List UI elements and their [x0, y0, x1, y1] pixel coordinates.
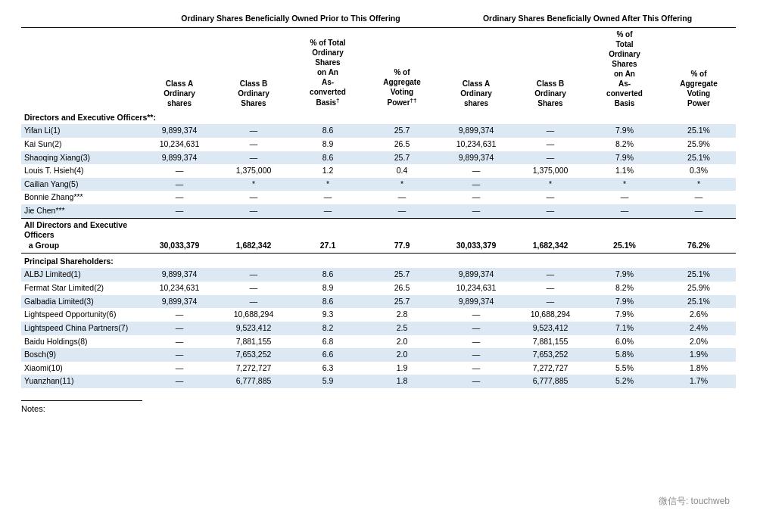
col-agg-vote-prior: % ofAggregateVotingPower†† [365, 27, 439, 110]
cell-7-1: 7,272,727 [217, 362, 291, 375]
cell-4-2: * [291, 178, 365, 191]
cell-0-0: 9,899,374 [142, 268, 217, 282]
group-cell-4: 30,033,379 [439, 218, 513, 253]
cell-4-3: * [365, 178, 439, 191]
cell-1-3: 26.5 [365, 138, 439, 151]
cell-5-5: — [513, 191, 587, 204]
cell-7-5: 7,272,727 [513, 362, 587, 375]
cell-5-0: — [142, 335, 217, 349]
col-agg-vote-after: % ofAggregateVotingPower [662, 27, 736, 110]
cell-5-2: — [291, 191, 365, 204]
cell-3-5: 10,688,294 [513, 308, 587, 322]
cell-4-6: * [587, 178, 662, 191]
section-header-0: Directors and Executive Officers**: [21, 110, 736, 125]
notes-label: Notes: [21, 404, 45, 413]
cell-3-3: 0.4 [365, 164, 439, 178]
cell-0-2: 8.6 [291, 268, 365, 282]
cell-1-5: — [513, 282, 587, 295]
cell-0-4: 9,899,374 [439, 268, 513, 282]
cell-0-1: — [217, 268, 291, 282]
cell-1-4: 10,234,631 [439, 282, 513, 295]
cell-5-5: 7,881,155 [513, 335, 587, 349]
watermark: 微信号: touchweb [654, 493, 734, 509]
cell-0-5: — [513, 124, 587, 138]
cell-2-2: 8.6 [291, 151, 365, 165]
col-pct-total-after: % ofTotalOrdinaryShareson AnAs-converted… [587, 27, 662, 110]
empty-header [21, 12, 142, 27]
cell-6-1: 7,653,252 [217, 348, 291, 362]
cell-1-7: 25.9% [662, 282, 736, 295]
cell-0-7: 25.1% [662, 268, 736, 282]
cell-4-1: 9,523,412 [217, 322, 291, 335]
cell-1-6: 8.2% [587, 138, 662, 151]
row-name: Yifan Li(1) [21, 124, 142, 138]
cell-3-4: — [439, 308, 513, 322]
cell-0-5: — [513, 268, 587, 282]
notes-section: Notes: [21, 400, 142, 413]
cell-6-7: 1.9% [662, 348, 736, 362]
cell-2-6: 7.9% [587, 295, 662, 309]
cell-5-3: 2.0 [365, 335, 439, 349]
section-name-0: Directors and Executive Officers**: [21, 110, 736, 125]
header-prior: Ordinary Shares Beneficially Owned Prior… [142, 12, 439, 27]
row-name: Kai Sun(2) [21, 138, 142, 151]
cell-1-4: 10,234,631 [439, 138, 513, 151]
cell-3-5: 1,375,000 [513, 164, 587, 178]
cell-8-2: 5.9 [291, 375, 365, 388]
cell-0-4: 9,899,374 [439, 124, 513, 138]
row-name: Jie Chen*** [21, 204, 142, 218]
cell-3-7: 0.3% [662, 164, 736, 178]
cell-7-2: 6.3 [291, 362, 365, 375]
row-name: Louis T. Hsieh(4) [21, 164, 142, 178]
cell-7-7: 1.8% [662, 362, 736, 375]
cell-4-0: — [142, 322, 217, 335]
table-row: Shaoqing Xiang(3)9,899,374—8.625.79,899,… [21, 151, 736, 165]
cell-5-1: — [217, 191, 291, 204]
col-a-prior: Class AOrdinaryshares [142, 27, 217, 110]
cell-0-1: — [217, 124, 291, 138]
table-row: Bonnie Zhang***———————— [21, 191, 736, 204]
cell-0-0: 9,899,374 [142, 124, 217, 138]
cell-0-6: 7.9% [587, 124, 662, 138]
cell-4-5: * [513, 178, 587, 191]
cell-5-0: — [142, 191, 217, 204]
row-name: Fermat Star Limited(2) [21, 282, 142, 295]
col-a-after: Class AOrdinaryshares [439, 27, 513, 110]
table-row: Louis T. Hsieh(4)—1,375,0001.20.4—1,375,… [21, 164, 736, 178]
cell-2-2: 8.6 [291, 295, 365, 309]
table-row: Galbadia Limited(3)9,899,374—8.625.79,89… [21, 295, 736, 309]
cell-0-2: 8.6 [291, 124, 365, 138]
table-row: Yifan Li(1)9,899,374—8.625.79,899,374—7.… [21, 124, 736, 138]
cell-2-3: 25.7 [365, 295, 439, 309]
cell-2-1: — [217, 295, 291, 309]
cell-2-7: 25.1% [662, 295, 736, 309]
cell-1-3: 26.5 [365, 282, 439, 295]
cell-2-5: — [513, 151, 587, 165]
cell-4-4: — [439, 322, 513, 335]
cell-5-7: 2.0% [662, 335, 736, 349]
row-name: Galbadia Limited(3) [21, 295, 142, 309]
cell-6-2: 6.6 [291, 348, 365, 362]
cell-4-6: 7.1% [587, 322, 662, 335]
group-cell-5: 1,682,342 [513, 218, 587, 253]
cell-1-1: — [217, 138, 291, 151]
cell-3-2: 1.2 [291, 164, 365, 178]
group-cell-3: 77.9 [365, 218, 439, 253]
table-row: ALBJ Limited(1)9,899,374—8.625.79,899,37… [21, 268, 736, 282]
cell-6-3: — [365, 204, 439, 218]
row-name: Bosch(9) [21, 348, 142, 362]
cell-1-5: — [513, 138, 587, 151]
cell-3-4: — [439, 164, 513, 178]
cell-1-0: 10,234,631 [142, 282, 217, 295]
cell-3-1: 1,375,000 [217, 164, 291, 178]
cell-2-6: 7.9% [587, 151, 662, 165]
cell-2-7: 25.1% [662, 151, 736, 165]
cell-4-1: * [217, 178, 291, 191]
group-cell-7: 76.2% [662, 218, 736, 253]
header-after: Ordinary Shares Beneficially Owned After… [439, 12, 736, 27]
section-name-1: Principal Shareholders: [21, 253, 736, 268]
col-b-prior: Class BOrdinaryShares [217, 27, 291, 110]
cell-1-0: 10,234,631 [142, 138, 217, 151]
row-name: Shaoqing Xiang(3) [21, 151, 142, 165]
table-row: Yuanzhan(11)—6,777,8855.91.8—6,777,8855.… [21, 375, 736, 388]
